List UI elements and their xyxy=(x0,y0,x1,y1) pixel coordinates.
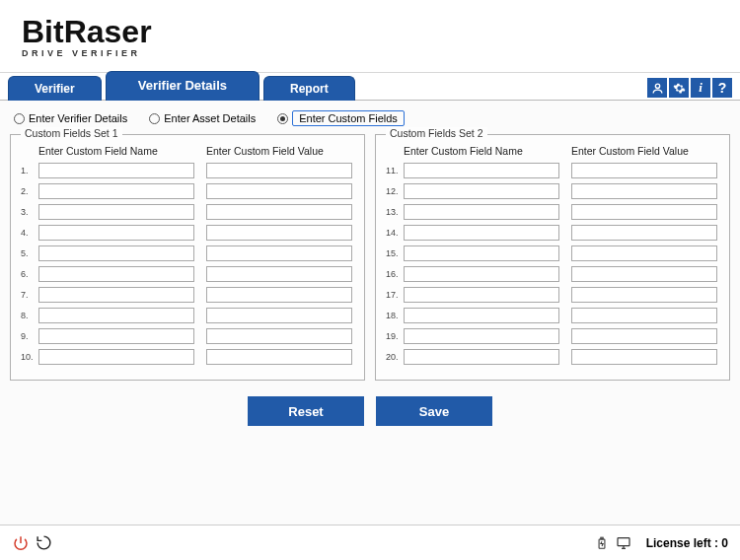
row-number: 2. xyxy=(21,186,38,196)
custom-field-row: 10. xyxy=(21,349,354,365)
field-name-input[interactable] xyxy=(38,225,194,241)
custom-field-row: 5. xyxy=(21,245,354,261)
power-icon[interactable] xyxy=(12,534,30,552)
tabs-left: Verifier Verifier Details Report xyxy=(8,76,359,101)
svg-rect-2 xyxy=(600,537,602,539)
custom-field-row: 13. xyxy=(386,204,719,220)
field-name-input[interactable] xyxy=(404,328,559,344)
svg-rect-3 xyxy=(618,537,629,545)
refresh-icon[interactable] xyxy=(36,534,52,551)
custom-field-row: 19. xyxy=(386,328,719,344)
custom-field-row: 7. xyxy=(21,287,354,303)
radio-verifier-details[interactable]: Enter Verifier Details xyxy=(14,112,127,124)
field-name-input[interactable] xyxy=(404,308,559,323)
row-number: 1. xyxy=(21,166,38,175)
field-name-input[interactable] xyxy=(404,349,559,365)
custom-field-row: 3. xyxy=(21,204,354,220)
custom-field-row: 1. xyxy=(21,163,354,178)
field-value-input[interactable] xyxy=(206,163,352,178)
field-value-input[interactable] xyxy=(571,183,717,199)
row-number: 7. xyxy=(21,290,38,300)
rows-set1: 1. 2. 3. 4. 5. 6. 7. 8. 9. 10. xyxy=(21,163,354,365)
save-button[interactable]: Save xyxy=(376,396,492,426)
radio-label: Enter Asset Details xyxy=(164,112,256,124)
field-value-input[interactable] xyxy=(571,204,717,220)
row-number: 15. xyxy=(386,248,404,258)
row-number: 11. xyxy=(386,166,404,175)
field-value-input[interactable] xyxy=(206,225,352,241)
field-value-input[interactable] xyxy=(206,328,352,344)
field-name-input[interactable] xyxy=(404,225,559,241)
field-value-input[interactable] xyxy=(571,287,717,303)
radio-circle-icon xyxy=(14,113,25,124)
field-name-input[interactable] xyxy=(38,328,194,344)
field-value-input[interactable] xyxy=(571,225,717,241)
logo-sub: DRIVE VERIFIER xyxy=(22,48,740,58)
field-name-input[interactable] xyxy=(38,287,194,303)
field-name-input[interactable] xyxy=(404,183,559,199)
legend-set2: Custom Fields Set 2 xyxy=(386,127,487,139)
custom-field-row: 8. xyxy=(21,308,354,323)
field-name-input[interactable] xyxy=(38,266,194,282)
radio-circle-icon xyxy=(149,113,160,124)
gear-icon[interactable] xyxy=(669,78,689,98)
reset-button[interactable]: Reset xyxy=(248,396,364,426)
row-number: 16. xyxy=(386,269,404,279)
row-number: 8. xyxy=(21,311,38,320)
row-number: 4. xyxy=(21,228,38,238)
field-value-input[interactable] xyxy=(206,349,352,365)
field-value-input[interactable] xyxy=(571,308,717,323)
field-value-input[interactable] xyxy=(206,183,352,199)
row-number: 19. xyxy=(386,331,404,341)
tab-verifier-details[interactable]: Verifier Details xyxy=(106,71,259,101)
field-value-input[interactable] xyxy=(571,245,717,261)
row-number: 10. xyxy=(21,352,38,362)
header-name: Enter Custom Field Name xyxy=(38,145,206,157)
user-icon[interactable] xyxy=(647,78,667,98)
help-icon[interactable]: ? xyxy=(712,78,732,98)
field-name-input[interactable] xyxy=(404,266,559,282)
info-icon[interactable]: i xyxy=(691,78,710,98)
field-name-input[interactable] xyxy=(404,287,559,303)
battery-icon xyxy=(595,534,609,552)
field-name-input[interactable] xyxy=(38,308,194,323)
row-number: 13. xyxy=(386,207,404,217)
custom-field-row: 2. xyxy=(21,183,354,199)
field-name-input[interactable] xyxy=(38,204,194,220)
field-name-input[interactable] xyxy=(404,245,559,261)
field-value-input[interactable] xyxy=(206,287,352,303)
row-number: 12. xyxy=(386,186,404,196)
radio-custom-fields[interactable]: Enter Custom Fields xyxy=(277,110,405,126)
field-name-input[interactable] xyxy=(404,163,559,178)
svg-point-0 xyxy=(655,84,659,88)
field-value-input[interactable] xyxy=(571,349,717,365)
custom-field-row: 6. xyxy=(21,266,354,282)
field-name-input[interactable] xyxy=(38,349,194,365)
header-name: Enter Custom Field Name xyxy=(404,145,571,157)
field-value-input[interactable] xyxy=(571,163,717,178)
tab-report[interactable]: Report xyxy=(263,76,355,101)
tab-verifier[interactable]: Verifier xyxy=(8,76,102,101)
headers-set2: Enter Custom Field Name Enter Custom Fie… xyxy=(386,141,719,163)
field-value-input[interactable] xyxy=(571,328,717,344)
custom-fields-panels: Custom Fields Set 1 Enter Custom Field N… xyxy=(0,134,740,381)
row-number: 6. xyxy=(21,269,38,279)
radio-asset-details[interactable]: Enter Asset Details xyxy=(149,112,256,124)
field-value-input[interactable] xyxy=(206,245,352,261)
custom-field-row: 12. xyxy=(386,183,719,199)
field-value-input[interactable] xyxy=(206,204,352,220)
field-name-input[interactable] xyxy=(38,183,194,199)
rows-set2: 11. 12. 13. 14. 15. 16. 17. 18. 19. 20. xyxy=(386,163,719,365)
fieldset-set1: Custom Fields Set 1 Enter Custom Field N… xyxy=(10,134,365,381)
field-value-input[interactable] xyxy=(571,266,717,282)
custom-field-row: 16. xyxy=(386,266,719,282)
custom-field-row: 15. xyxy=(386,245,719,261)
action-buttons: Reset Save xyxy=(0,396,740,426)
field-name-input[interactable] xyxy=(38,245,194,261)
field-value-input[interactable] xyxy=(206,266,352,282)
field-name-input[interactable] xyxy=(38,163,194,178)
field-value-input[interactable] xyxy=(206,308,352,323)
field-name-input[interactable] xyxy=(404,204,559,220)
custom-field-row: 17. xyxy=(386,287,719,303)
header-value: Enter Custom Field Value xyxy=(206,145,324,157)
